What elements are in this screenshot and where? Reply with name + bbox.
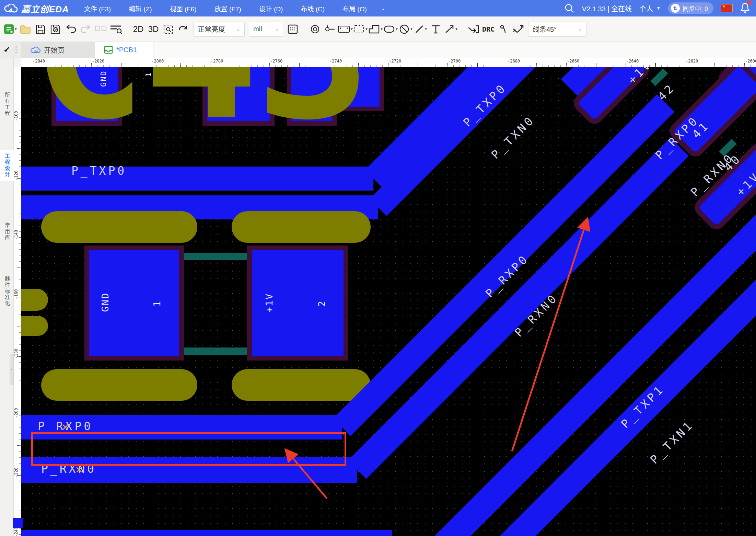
annotation-arrow [286,449,327,499]
sidebar-item-project-design[interactable]: 工程设计 [0,150,14,181]
version-label: V2.1.33 | 全在线 [582,3,632,13]
ruler-tick-label: -2780 [211,59,223,64]
chevron-down-icon: ⌄ [236,26,240,32]
app-logo[interactable]: 嘉立创EDA [0,2,75,15]
teardrop-tool-button[interactable] [496,21,511,37]
tab-pcb1-label: *PCB1 [116,46,137,54]
zoom-select-button[interactable] [161,21,176,37]
left-sidebar: 所有工程 工程设计 常用库 器件标准化 ‹ [0,58,14,536]
menu-bar: 嘉立创EDA 文件 (F3) 编辑 (Z) 视图 (F6) 放置 (F7) 设计… [0,0,756,16]
view-2d-button[interactable]: 2D [131,21,146,37]
ruler-tick-label: -2620 [686,59,698,64]
cloud-logo-icon [4,4,18,13]
sidebar-item-all-projects[interactable]: 所有工程 [0,89,14,120]
menu-route[interactable]: 布线 (C) [292,0,334,16]
tab-pcb1[interactable]: *PCB1 [95,42,153,58]
ruler-tick-label: -180 [14,347,19,361]
open-folder-button[interactable] [18,21,33,37]
ruler-tick-label: -120 [14,169,19,182]
via-tool-button[interactable] [307,21,323,37]
menu-bar-right: V2.1.33 | 全在线 个人 ▼ ⇅ 同步中: 0 [564,2,756,14]
oval-chevron-icon: ▾ [396,27,398,31]
pin-icon[interactable] [0,42,14,58]
pcb-file-icon [104,46,113,54]
wire-mode-select[interactable]: 线条45° ⌄ [528,22,586,37]
save-button[interactable] [33,21,48,37]
import-changes-button[interactable] [466,21,481,37]
ruler-tick-label: -2700 [448,59,461,64]
redo-button[interactable] [78,21,93,37]
tab-start-page[interactable]: 开始页 [21,42,95,58]
notification-bell-icon[interactable] [740,2,750,14]
chevron-down-icon: ⌄ [275,26,279,32]
copper-area-chevron-icon: ▾ [365,27,368,31]
new-file-button[interactable]: ▾ [3,21,18,37]
sync-cloud-icon: ⇅ [671,4,680,13]
track-tool-button[interactable] [323,21,338,37]
copper-area-tool-button[interactable]: ▾ [353,21,368,37]
ruler-tick-label: -200 [14,406,19,420]
notification-badge [747,1,751,5]
via-pad[interactable] [13,518,23,528]
unit-select-value: mil [253,25,262,33]
pcb-canvas[interactable]: C43 GND 1 GND 1 +1V 2 [21,67,756,536]
menu-view[interactable]: 视图 (F6) [161,0,206,16]
oval-tool-button[interactable]: ▾ [383,21,398,37]
grid-settings-button[interactable] [285,21,300,37]
app-logo-text: 嘉立创EDA [21,2,69,15]
ruler-tick-label: -2680 [508,59,520,64]
language-flag-icon[interactable] [721,4,733,12]
ruler-tick-label: -2820 [92,59,104,64]
menu-place[interactable]: 放置 (F7) [206,0,250,16]
undo-button[interactable] [63,21,78,37]
measure-tool-button[interactable]: ▾ [443,21,458,37]
tab-drag-handle[interactable] [14,42,19,58]
ruler-tick-label: -160 [14,287,19,301]
menu-design[interactable]: 设计 (D) [250,0,292,16]
brightness-select-value: 正常亮度 [198,24,225,34]
ruler-tick-label: -2600 [745,59,756,64]
ruler-tick-label: -2840 [33,59,45,64]
pad-tool-chevron-icon: ▾ [351,27,353,31]
polygon-chevron-icon: ▾ [381,27,383,31]
drc-button[interactable]: DRC [481,21,496,37]
text-tool-button[interactable] [428,21,443,37]
search-icon[interactable] [564,3,574,13]
keepout-chevron-icon: ▾ [410,27,412,31]
line-tool-button[interactable]: ▾ [413,21,428,37]
view-3d-button[interactable]: 3D [146,21,161,37]
account-menu[interactable]: 个人 ▼ [639,3,661,13]
sidebar-item-common-library[interactable]: 常用库 [0,219,14,244]
ruler-tick-label: -2800 [151,59,164,64]
thumbnail-view-button[interactable] [93,21,108,37]
ruler-tick-label: -2640 [626,59,639,64]
keepout-tool-button[interactable]: ▾ [398,21,413,37]
list-search-button[interactable] [108,21,124,37]
unit-select[interactable]: mil ⌄ [249,22,283,37]
menu-file[interactable]: 文件 (F3) [75,0,120,16]
left-ruler: -100 -120 -140 -160 -180 -200 -220 -240 [14,67,21,536]
sidebar-item-component-standardization[interactable]: 器件标准化 [0,273,14,310]
wire-mode-value: 线条45° [533,24,557,34]
menu-layout[interactable]: 布局 (O) [334,0,376,16]
menu-edit[interactable]: 编辑 (Z) [120,0,161,16]
save-as-button[interactable] [48,21,63,37]
easyeda-pcb-editor: 嘉立创EDA 文件 (F3) 编辑 (Z) 视图 (F6) 放置 (F7) 设计… [0,0,756,536]
sync-status-label: 同步中: 0 [683,4,708,13]
measure-chevron-icon: ▾ [455,27,457,31]
menu-overflow-chevron-icon[interactable]: ⌄ [376,5,391,11]
account-label: 个人 [639,3,653,13]
ruler-tick-label: -2760 [270,59,282,64]
refresh-button[interactable] [176,21,191,37]
brightness-select[interactable]: 正常亮度 ⌄ [193,22,245,37]
tab-bar-spacer [153,42,756,58]
pad-tool-button[interactable]: ▾ [338,21,353,37]
top-ruler: -2840 -2820 -2800 -2780 -2760 -2740 -272… [21,58,756,67]
sync-status-pill[interactable]: ⇅ 同步中: 0 [668,2,713,14]
polygon-tool-button[interactable]: ▾ [368,21,383,37]
ruler-tick-label: -2740 [329,59,342,64]
diff-pair-tool-button[interactable] [511,21,526,37]
toolbar-divider [462,22,462,36]
new-file-chevron-icon: ▾ [15,27,17,31]
panel-collapse-handle[interactable]: ‹ [10,354,14,385]
